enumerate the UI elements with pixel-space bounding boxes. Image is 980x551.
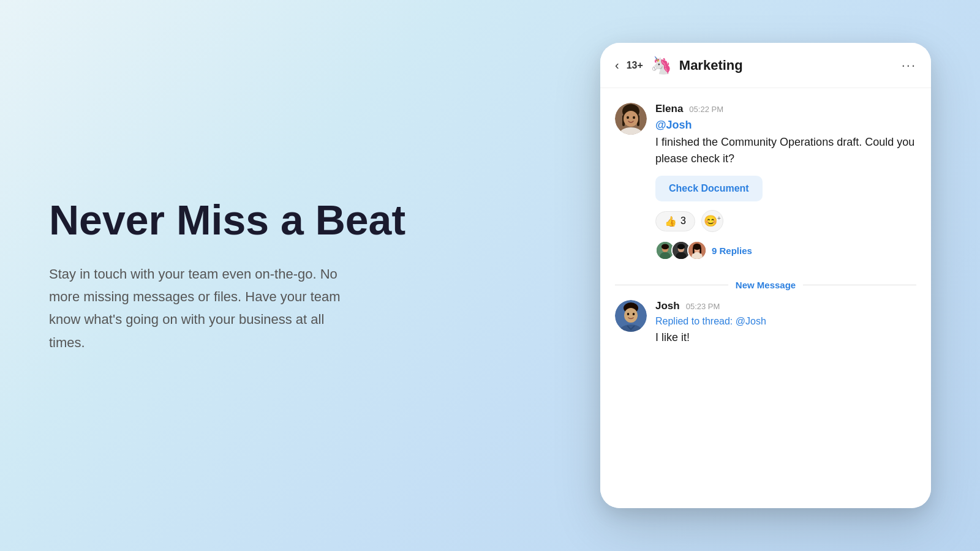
svg-point-10	[660, 252, 671, 260]
svg-point-26	[627, 313, 630, 315]
thumbs-up-emoji: 👍	[665, 216, 677, 227]
reply-avatars	[655, 241, 707, 260]
avatar-elena	[615, 103, 647, 135]
elena-time: 05:22 PM	[689, 105, 723, 114]
divider-line-right	[803, 285, 916, 285]
member-count: 13+	[627, 60, 643, 71]
divider-line-left	[615, 285, 728, 285]
message-elena: Elena 05:22 PM @Josh I finished the Comm…	[600, 103, 931, 275]
josh-text: I like it!	[655, 329, 916, 346]
replied-to-mention[interactable]: @Josh	[736, 316, 766, 326]
josh-message-content: Josh 05:23 PM Replied to thread: @Josh I…	[655, 300, 916, 354]
svg-point-6	[633, 116, 635, 119]
josh-message-header: Josh 05:23 PM	[655, 300, 916, 312]
svg-point-25	[624, 308, 638, 323]
svg-point-5	[627, 116, 629, 119]
avatar-josh	[615, 300, 647, 332]
elena-message-content: Elena 05:22 PM @Josh I finished the Comm…	[655, 103, 916, 260]
chat-header: ‹ 13+ 🦄 Marketing ···	[600, 43, 931, 88]
hero-section: Never Miss a Beat Stay in touch with you…	[49, 197, 447, 354]
new-message-divider: New Message	[600, 275, 931, 300]
svg-point-16	[677, 244, 685, 250]
elena-mention[interactable]: @Josh	[655, 119, 916, 132]
reactions: 👍 3 😊+	[655, 210, 916, 232]
svg-rect-21	[693, 247, 695, 254]
new-message-label: New Message	[736, 280, 796, 290]
reply-avatar-3	[687, 241, 707, 260]
channel-name: Marketing	[679, 58, 894, 73]
elena-message-header: Elena 05:22 PM	[655, 103, 916, 115]
more-options-button[interactable]: ···	[902, 58, 916, 73]
elena-text: I finished the Community Operations draf…	[655, 134, 916, 167]
hero-subtitle: Stay in touch with your team even on-the…	[49, 263, 355, 354]
replies-link[interactable]: 9 Replies	[712, 246, 752, 256]
channel-emoji: 🦄	[650, 55, 672, 75]
svg-point-15	[676, 252, 687, 260]
josh-name: Josh	[655, 300, 680, 312]
elena-name: Elena	[655, 103, 683, 115]
svg-point-4	[624, 111, 638, 127]
josh-time: 05:23 PM	[686, 302, 720, 311]
hero-title: Never Miss a Beat	[49, 197, 410, 243]
add-reaction-button[interactable]: 😊+	[701, 210, 723, 232]
replied-to-text: Replied to thread:	[655, 316, 733, 326]
chat-body: Elena 05:22 PM @Josh I finished the Comm…	[600, 88, 931, 508]
svg-point-12	[662, 244, 669, 250]
svg-point-27	[633, 313, 635, 315]
thumbs-up-reaction[interactable]: 👍 3	[655, 211, 695, 231]
reaction-count: 3	[680, 216, 686, 227]
phone-mockup: ‹ 13+ 🦄 Marketing ···	[600, 43, 931, 508]
check-document-button[interactable]: Check Document	[655, 176, 763, 201]
svg-rect-22	[699, 247, 701, 254]
replied-to-label: Replied to thread: @Josh	[655, 316, 916, 327]
back-button[interactable]: ‹	[615, 58, 619, 72]
message-josh: Josh 05:23 PM Replied to thread: @Josh I…	[600, 300, 931, 369]
thread-replies[interactable]: 9 Replies	[655, 241, 916, 260]
